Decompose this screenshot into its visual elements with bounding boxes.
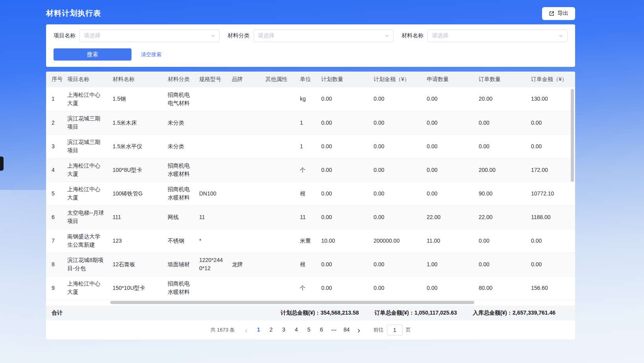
page-button-4[interactable]: 4	[290, 324, 303, 335]
table-cell: 2	[46, 111, 63, 135]
column-header: 序号	[46, 72, 63, 87]
table-cell: 22.00	[423, 205, 475, 229]
column-header: 材料分类	[164, 72, 195, 87]
table-cell: 上海松江中心大厦	[63, 87, 109, 111]
export-button-label: 导出	[557, 10, 568, 17]
summary-item: 订单总金额(¥)：1,050,117,025.63	[375, 310, 457, 317]
table-cell: 0.00	[317, 87, 370, 111]
clear-search-link[interactable]: 清空搜索	[141, 51, 161, 58]
page-button-1[interactable]: 1	[252, 324, 265, 335]
table-cell: 200.00	[475, 158, 527, 182]
table-row[interactable]: 4上海松江中心大厦100*8U型卡招商机电水暖材料个0.000.000.0020…	[46, 158, 575, 182]
next-page-button[interactable]: ›	[353, 324, 365, 336]
filter-row: 项目名称请选择材料分类请选择材料名称请选择	[54, 29, 568, 42]
table-cell: 0.00	[370, 87, 423, 111]
table-cell: 龙牌	[228, 252, 261, 276]
table-cell	[228, 229, 261, 252]
column-header: 申请数量	[423, 72, 475, 87]
table-cell: 上海松江中心大厦	[63, 276, 109, 300]
table-cell: 123	[109, 229, 164, 252]
page-button-3[interactable]: 3	[278, 324, 290, 335]
table-cell: 22.00	[475, 205, 527, 229]
page-title: 材料计划执行表	[46, 8, 101, 18]
select-placeholder: 请选择	[84, 32, 100, 39]
material-plan-table: 序号项目名称材料名称材料分类规格型号品牌其他属性单位计划数量计划金额（¥）申请数…	[46, 72, 575, 300]
table-cell: 墙面辅材	[164, 252, 195, 276]
table-cell: 111	[109, 205, 164, 229]
page-button-2[interactable]: 2	[265, 324, 278, 335]
page-button-5[interactable]: 5	[303, 324, 315, 335]
table-cell	[261, 229, 296, 252]
table-cell: 0.00	[370, 135, 423, 158]
table-cell: 1188.00	[527, 205, 575, 229]
table-row[interactable]: 9上海松江中心大厦150*10U型卡招商机电水暖材料个0.000.000.008…	[46, 276, 575, 300]
filter-select[interactable]: 请选择	[254, 29, 394, 42]
table-cell: 156.60	[527, 276, 575, 300]
export-button[interactable]: 导出	[542, 7, 575, 20]
table-cell: 11	[296, 205, 317, 229]
filter-label: 材料名称	[402, 32, 424, 39]
summary-item-value: 1,050,117,025.63	[415, 310, 457, 316]
filter-item: 项目名称请选择	[54, 29, 220, 42]
table-cell: 0.00	[475, 135, 527, 158]
table-cell: 0.00	[475, 229, 527, 252]
table-row[interactable]: 3滨江花城三期项目1.5米水平仪未分类10.000.000.000.000.00	[46, 135, 575, 158]
table-cell	[261, 111, 296, 135]
table-cell	[195, 111, 228, 135]
filter-item: 材料名称请选择	[402, 29, 568, 42]
table-cell: 1.00	[423, 252, 475, 276]
horizontal-scrollbar[interactable]	[110, 301, 474, 304]
table-cell: 0.00	[370, 182, 423, 205]
page-ellipsis[interactable]: •••	[328, 324, 341, 336]
chevron-down-icon	[385, 33, 389, 38]
table-wrap: 序号项目名称材料名称材料分类规格型号品牌其他属性单位计划数量计划金额（¥）申请数…	[46, 72, 575, 306]
table-cell: 未分类	[164, 111, 195, 135]
table-cell	[195, 135, 228, 158]
table-row[interactable]: 1上海松江中心大厦1.5钢招商机电电气材料kg0.000.000.0020.00…	[46, 87, 575, 111]
filter-select[interactable]: 请选择	[80, 29, 220, 42]
table-cell: 1	[296, 135, 317, 158]
table-cell: 招商机电水暖材料	[164, 158, 195, 182]
export-icon	[549, 11, 555, 17]
table-cell: 个	[296, 276, 317, 300]
table-cell: 7	[46, 229, 63, 252]
table-cell: 0.00	[370, 111, 423, 135]
table-cell: 0.00	[317, 276, 370, 300]
table-row[interactable]: 2滨江花城三期项目1.5米木床未分类10.000.000.000.000.00	[46, 111, 575, 135]
chevron-down-icon	[559, 33, 563, 38]
search-button[interactable]: 搜索	[54, 48, 131, 61]
table-row[interactable]: 5上海松江中心大厦100铸铁管G招商机电水暖材料DN100根0.000.000.…	[46, 182, 575, 205]
table-cell: 100铸铁管G	[109, 182, 164, 205]
filter-select[interactable]: 请选择	[427, 29, 568, 42]
page-button-84[interactable]: 84	[341, 324, 353, 335]
table-cell: 1.5米木床	[109, 111, 164, 135]
table-cell: 0.00	[423, 135, 475, 158]
summary-item-label: 订单总金额(¥)：	[375, 310, 415, 316]
table-row[interactable]: 6太空电梯--月球项目111网线11110.000.0022.0022.0011…	[46, 205, 575, 229]
prev-page-button[interactable]: ‹	[241, 324, 252, 336]
table-cell	[261, 182, 296, 205]
next-page-icon: ›	[357, 326, 360, 334]
summary-total-label: 合计	[52, 310, 63, 317]
page-button-6[interactable]: 6	[315, 324, 328, 335]
summary-item: 入库总金额(¥)：2,657,339,761.46	[473, 310, 555, 317]
goto-page-input[interactable]	[387, 324, 403, 335]
table-cell: 80.00	[475, 276, 527, 300]
goto-suffix-label: 页	[406, 326, 411, 334]
top-bar: 材料计划执行表 导出	[46, 0, 575, 24]
table-cell: 0.00	[527, 111, 575, 135]
table-row[interactable]: 8滨江花城8期项目-分包12石膏板墙面辅材1220*2440*12龙牌根0.00…	[46, 252, 575, 276]
select-placeholder: 请选择	[258, 32, 274, 39]
table-cell: 90.00	[475, 182, 527, 205]
table-row[interactable]: 7南钢盛达大学生公寓新建123不锈钢*米重10.00200000.0011.00…	[46, 229, 575, 252]
table-cell	[195, 158, 228, 182]
table-cell: 招商机电水暖材料	[164, 276, 195, 300]
table-cell	[261, 205, 296, 229]
column-header: 订单数量	[475, 72, 527, 87]
table-cell	[228, 276, 261, 300]
vertical-scrollbar[interactable]	[571, 89, 574, 182]
table-cell: 4	[46, 158, 63, 182]
side-drawer-handle[interactable]	[0, 157, 4, 171]
table-cell: 太空电梯--月球项目	[63, 205, 109, 229]
table-cell: 网线	[164, 205, 195, 229]
